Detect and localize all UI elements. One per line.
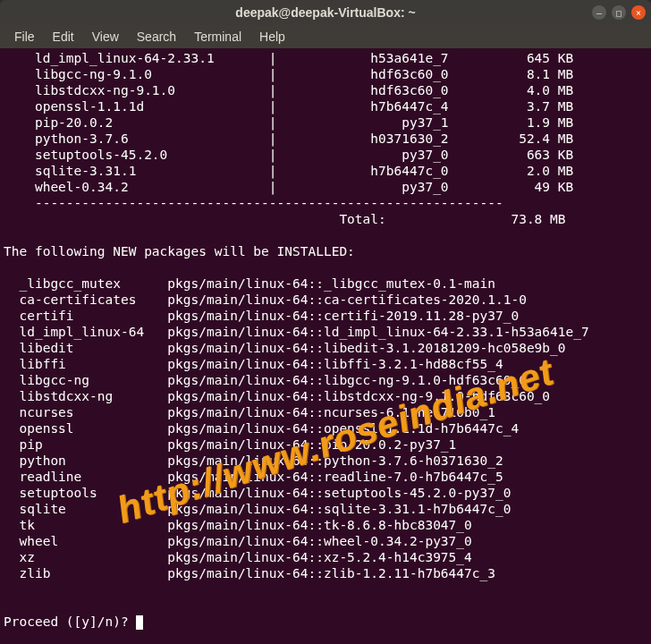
menu-search[interactable]: Search	[128, 26, 185, 47]
cursor	[136, 615, 143, 630]
menu-help[interactable]: Help	[250, 26, 294, 47]
menubar: File Edit View Search Terminal Help	[0, 25, 651, 48]
menu-edit[interactable]: Edit	[44, 26, 83, 47]
menu-view[interactable]: View	[83, 26, 128, 47]
close-button[interactable]: ×	[631, 5, 646, 20]
window-title: deepak@deepak-VirtualBox: ~	[235, 5, 415, 20]
terminal-output[interactable]: ld_impl_linux-64-2.33.1 | h53a641e_7 645…	[0, 48, 651, 644]
menu-terminal[interactable]: Terminal	[185, 26, 250, 47]
window-controls: – □ ×	[592, 5, 646, 20]
install-heading: The following NEW packages will be INSTA…	[4, 244, 355, 258]
total-line: Total: 73.8 MB	[4, 212, 566, 226]
separator: ----------------------------------------…	[4, 196, 503, 210]
download-rows: ld_impl_linux-64-2.33.1 | h53a641e_7 645…	[4, 51, 573, 194]
install-rows: _libgcc_mutex pkgs/main/linux-64::_libgc…	[4, 276, 589, 580]
terminal-window: deepak@deepak-VirtualBox: ~ – □ × File E…	[0, 0, 651, 644]
maximize-button[interactable]: □	[612, 5, 626, 20]
proceed-prompt: Proceed ([y]/n)?	[4, 614, 136, 629]
titlebar[interactable]: deepak@deepak-VirtualBox: ~ – □ ×	[0, 0, 651, 25]
minimize-button[interactable]: –	[592, 5, 606, 20]
menu-file[interactable]: File	[5, 26, 44, 47]
